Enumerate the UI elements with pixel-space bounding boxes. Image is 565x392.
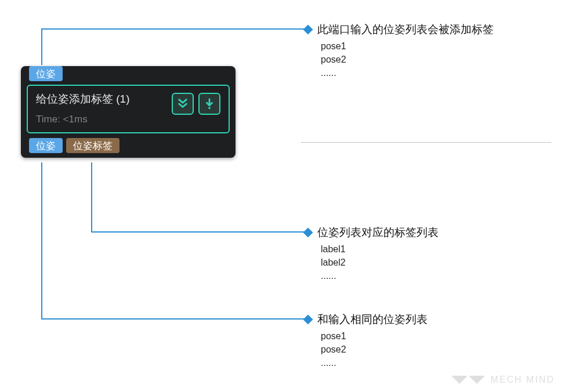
annotation-input: 此端口输入的位姿列表会被添加标签 pose1 pose2 ......: [305, 22, 494, 80]
annotation-output-pose: 和输入相同的位姿列表 pose1 pose2 ......: [305, 312, 428, 370]
annotation-output-pose-example: pose1 pose2 ......: [305, 329, 428, 370]
svg-point-0: [208, 107, 211, 110]
section-divider: [302, 142, 551, 143]
watermark-logo-icon: [451, 376, 485, 384]
node-title: 给位姿添加标签 (1): [36, 92, 130, 107]
bullet-diamond-icon: [303, 25, 313, 35]
output-port-pose[interactable]: 位姿: [29, 138, 63, 153]
down-dot-icon[interactable]: [198, 93, 220, 115]
node-body[interactable]: 给位姿添加标签 (1) Time: <1ms: [27, 85, 230, 133]
bullet-diamond-icon: [303, 228, 313, 238]
annotation-output-label-example: label1 label2 ......: [305, 242, 439, 283]
node-time: Time: <1ms: [36, 114, 130, 125]
annotation-input-title: 此端口输入的位姿列表会被添加标签: [317, 22, 494, 37]
annotation-output-label-title: 位姿列表对应的标签列表: [317, 225, 439, 240]
annotation-output-pose-title: 和输入相同的位姿列表: [317, 312, 428, 327]
annotation-input-example: pose1 pose2 ......: [305, 39, 494, 80]
double-down-icon[interactable]: [172, 93, 194, 115]
annotation-output-label: 位姿列表对应的标签列表 label1 label2 ......: [305, 225, 439, 283]
bullet-diamond-icon: [303, 315, 313, 325]
watermark-text: MECH MIND: [491, 375, 555, 385]
watermark: MECH MIND: [451, 375, 555, 385]
input-port-pose[interactable]: 位姿: [29, 66, 63, 81]
output-port-label[interactable]: 位姿标签: [66, 138, 119, 153]
step-node: 位姿 给位姿添加标签 (1) Time: <1ms 位姿 位姿标签: [21, 66, 236, 158]
